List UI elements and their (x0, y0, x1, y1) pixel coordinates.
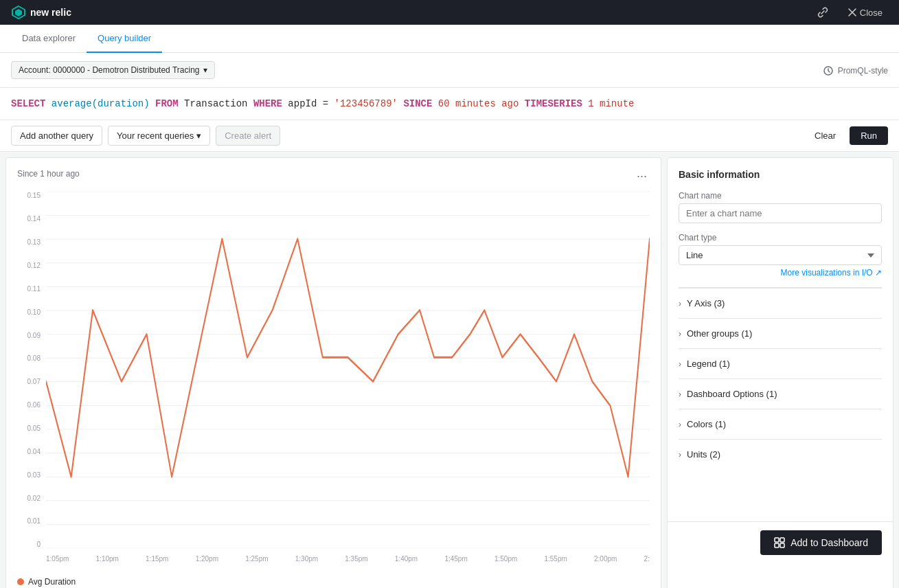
x-label: 2:00pm (594, 555, 617, 569)
chart-type-select[interactable]: Line Area Bar Billboard Pie Table Scatte… (679, 245, 882, 265)
logo: new relic (11, 5, 71, 20)
run-button[interactable]: Run (850, 126, 888, 145)
nrql-editor[interactable]: SELECT average(duration) FROM Transactio… (0, 88, 899, 120)
logo-text: new relic (30, 7, 71, 18)
right-panel-title: Basic information (679, 169, 882, 180)
chart-since-label: Since 1 hour ago (17, 169, 80, 179)
chart-name-group: Chart name (679, 191, 882, 223)
x-label: 1:30pm (295, 555, 318, 569)
y-label: 0.05 (17, 425, 43, 432)
keyword-timeseries: TIMESERIES (525, 98, 582, 109)
promql-toggle[interactable]: PromQL-style (823, 65, 888, 76)
chevron-right-icon: › (679, 299, 681, 308)
main-content: Since 1 hour ago ··· 0.15 0.14 0.13 0.12… (0, 152, 899, 588)
account-bar: Account: 0000000 - Demotron Distributed … (0, 53, 899, 88)
recent-queries-button[interactable]: Your recent queries ▾ (108, 126, 210, 146)
accordion-label: Colors (1) (687, 419, 726, 429)
chevron-right-icon: › (679, 420, 681, 429)
y-label: 0.07 (17, 378, 43, 385)
account-selector[interactable]: Account: 0000000 - Demotron Distributed … (11, 61, 215, 79)
y-label: 0.08 (17, 354, 43, 362)
x-label: 2: (644, 555, 650, 569)
x-axis: 1:05pm 1:10pm 1:15pm 1:20pm 1:25pm 1:30p… (46, 555, 650, 569)
chevron-right-icon: › (679, 450, 681, 460)
chart-name-label: Chart name (679, 191, 882, 201)
keyword-from: FROM (155, 98, 179, 109)
y-label: 0.02 (17, 495, 43, 502)
accordion-legend[interactable]: › Legend (1) (679, 348, 882, 378)
topbar-actions: Close (812, 4, 888, 21)
y-label: 0.14 (17, 215, 43, 223)
chart-name-input[interactable] (679, 203, 882, 223)
chart-menu-button[interactable]: ··· (634, 169, 650, 183)
add-to-dashboard-button[interactable]: Add to Dashboard (760, 530, 882, 555)
right-panel: Basic information Chart name Chart type … (667, 157, 894, 588)
svg-rect-21 (775, 543, 779, 547)
newrelic-logo-icon (11, 5, 26, 20)
chart-area: 0.15 0.14 0.13 0.12 0.11 0.10 0.09 0.08 … (17, 192, 650, 569)
bottom-spacer (679, 469, 882, 510)
x-label: 1:05pm (46, 555, 69, 569)
chevron-down-icon: ▾ (196, 131, 201, 141)
link-button[interactable] (812, 4, 834, 21)
query-time: 60 minutes ago (438, 98, 519, 109)
close-icon (847, 8, 857, 17)
x-label: 1:50pm (494, 555, 517, 569)
y-label: 0.10 (17, 308, 43, 316)
chart-type-group: Chart type Line Area Bar Billboard Pie T… (679, 233, 882, 278)
query-function: average(duration) (52, 98, 150, 109)
x-label: 1:45pm (444, 555, 467, 569)
y-label: 0.13 (17, 238, 43, 246)
query-string-value: '123456789' (334, 98, 398, 109)
topbar: new relic Close (0, 0, 899, 25)
add-query-button[interactable]: Add another query (11, 126, 102, 146)
accordion-label: Dashboard Options (1) (687, 389, 777, 399)
x-label: 1:40pm (395, 555, 418, 569)
x-label: 1:10pm (96, 555, 119, 569)
create-alert-button: Create alert (216, 126, 280, 146)
query-toolbar: Add another query Your recent queries ▾ … (0, 120, 899, 152)
chart-type-label: Chart type (679, 233, 882, 242)
y-label: 0.04 (17, 448, 43, 455)
x-label: 1:15pm (146, 555, 168, 569)
promql-icon (823, 65, 834, 76)
chevron-right-icon: › (679, 389, 681, 399)
x-label: 1:35pm (345, 555, 367, 569)
accordion-units[interactable]: › Units (2) (679, 439, 882, 469)
chevron-right-icon: › (679, 359, 681, 369)
more-viz-link[interactable]: More visualizations in I/O ↗ (679, 268, 882, 278)
accordion-other-groups[interactable]: › Other groups (1) (679, 318, 882, 348)
accordion-label: Y Axis (3) (687, 298, 725, 308)
accordion-label: Other groups (1) (687, 328, 752, 339)
chart-legend: Avg Duration (17, 574, 650, 587)
query-interval: 1 minute (588, 98, 634, 109)
x-label: 1:25pm (245, 555, 268, 569)
tabs-bar: Data explorer Query builder (0, 25, 899, 53)
y-label: 0.11 (17, 285, 43, 293)
query-table: Transaction (184, 98, 247, 109)
accordion-colors[interactable]: › Colors (1) (679, 409, 882, 439)
chevron-down-icon: ▾ (203, 65, 207, 75)
legend-label: Avg Duration (28, 577, 76, 587)
x-label: 1:55pm (544, 555, 567, 569)
y-axis: 0.15 0.14 0.13 0.12 0.11 0.10 0.09 0.08 … (17, 192, 43, 548)
y-label: 0.03 (17, 471, 43, 479)
line-chart-svg (46, 192, 650, 548)
tab-data-explorer[interactable]: Data explorer (11, 25, 87, 53)
keyword-select: SELECT (11, 98, 45, 109)
chart-svg-container (46, 192, 650, 548)
accordion-y-axis[interactable]: › Y Axis (3) (679, 288, 882, 318)
chevron-right-icon: › (679, 329, 681, 339)
dashboard-icon (774, 537, 785, 548)
close-button[interactable]: Close (842, 5, 888, 21)
clear-button[interactable]: Clear (806, 126, 844, 145)
accordion-dashboard-options[interactable]: › Dashboard Options (1) (679, 378, 882, 409)
right-panel-inner: Basic information Chart name Chart type … (668, 158, 893, 521)
tab-query-builder[interactable]: Query builder (87, 25, 162, 53)
toolbar-right: Clear Run (806, 126, 888, 145)
keyword-where: WHERE (253, 98, 282, 109)
y-label: 0.12 (17, 262, 43, 269)
svg-marker-1 (15, 9, 22, 16)
y-label: 0 (17, 541, 43, 548)
query-condition: appId = (288, 98, 328, 109)
